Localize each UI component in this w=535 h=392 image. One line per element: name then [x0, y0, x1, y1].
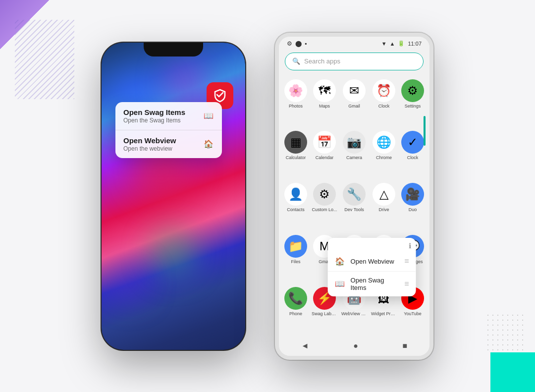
- ios-menu-item-swag[interactable]: Open Swag Items Open the Swag Items 📖: [115, 102, 222, 130]
- app-label-24: YouTube: [404, 311, 421, 317]
- app-label-21: Swag Labs...: [312, 311, 337, 317]
- bg-blob-4: [151, 231, 196, 276]
- app-item-duo[interactable]: 🎥Duo: [400, 180, 426, 230]
- ios-menu-swag-title: Open Swag Items: [123, 108, 203, 116]
- ios-menu-swag-icon: 📖: [203, 111, 214, 121]
- ios-menu-webview-sub: Open the webview: [123, 145, 203, 152]
- ios-menu-webview-text: Open Webview Open the webview: [123, 136, 203, 152]
- android-popup-webview[interactable]: 🏠 Open Webview ≡: [328, 252, 416, 272]
- nav-back-button[interactable]: ◄: [301, 341, 309, 350]
- search-icon: 🔍: [292, 57, 300, 65]
- app-icon-8: 🌐: [373, 131, 395, 154]
- popup-swag-dots: ≡: [404, 280, 409, 288]
- app-item-clock[interactable]: ⏰Clock: [370, 76, 398, 126]
- app-icon-11: ⚙: [313, 183, 336, 206]
- app-item-maps[interactable]: 🗺Maps: [311, 76, 338, 126]
- square-status-icon: ▪: [305, 40, 307, 47]
- time-display: 11:07: [408, 41, 422, 47]
- popup-swag-label: Open Swag Items: [351, 277, 399, 291]
- app-item-contacts[interactable]: 👤Contacts: [283, 180, 309, 230]
- ios-menu-webview-title: Open Webview: [123, 136, 203, 145]
- android-teal-accent: [424, 116, 426, 146]
- android-search-bar[interactable]: 🔍 Search apps: [285, 53, 424, 70]
- android-popup: ℹ 🏠 Open Webview ≡ 📖 Open Swag Items ≡: [328, 238, 416, 296]
- app-item-dev-tools[interactable]: 🔧Dev Tools: [340, 180, 368, 230]
- app-icon-3: ⏰: [373, 79, 395, 102]
- app-item-phone[interactable]: 📞Phone: [283, 284, 309, 334]
- ios-menu-webview-icon: 🏠: [203, 139, 214, 150]
- ios-context-menu: Open Swag Items Open the Swag Items 📖 Op…: [115, 102, 222, 158]
- app-label-20: Phone: [289, 311, 302, 317]
- app-item-gmail[interactable]: ✉Gmail: [340, 76, 368, 126]
- app-label-6: Calendar: [316, 155, 334, 161]
- app-label-5: Calculator: [286, 155, 306, 161]
- android-phone: ⚙ ⬤ ▪ ▼ ▲ 🔋 11:07 🔍 Search apps 🌸Photos🗺…: [275, 33, 433, 360]
- app-icon-13: △: [373, 183, 395, 206]
- app-label-15: Files: [291, 259, 300, 265]
- ios-menu-swag-text: Open Swag Items Open the Swag Items: [123, 108, 203, 124]
- app-label-13: Drive: [378, 207, 389, 213]
- app-icon-5: ▦: [284, 131, 307, 154]
- app-item-photos[interactable]: 🌸Photos: [283, 76, 309, 126]
- bg-blob-2: [166, 62, 206, 102]
- android-popup-swag[interactable]: 📖 Open Swag Items ≡: [328, 272, 416, 296]
- app-item-calendar[interactable]: 📅Calendar: [311, 128, 338, 178]
- android-apps-grid: 🌸Photos🗺Maps✉Gmail⏰Clock⚙Settings▦Calcul…: [279, 74, 429, 336]
- app-label-14: Duo: [409, 207, 417, 213]
- search-placeholder-text: Search apps: [304, 57, 340, 65]
- app-icon-14: 🎥: [401, 183, 424, 206]
- ios-notch: [144, 43, 203, 56]
- app-label-11: Custom Lo...: [312, 207, 337, 213]
- app-label-23: Widget Pre...: [371, 311, 397, 317]
- app-icon-7: 📷: [343, 131, 366, 154]
- app-item-camera[interactable]: 📷Camera: [340, 128, 368, 178]
- nav-home-button[interactable]: ●: [353, 341, 358, 350]
- status-icons-left: ⚙ ⬤ ▪: [287, 40, 307, 47]
- app-item-chrome[interactable]: 🌐Chrome: [370, 128, 398, 178]
- app-icon-1: 🗺: [313, 79, 336, 102]
- app-label-12: Dev Tools: [344, 207, 364, 213]
- app-label-4: Settings: [405, 104, 421, 109]
- app-icon-10: 👤: [284, 183, 307, 206]
- app-item-calculator[interactable]: ▦Calculator: [283, 128, 309, 178]
- app-item-clock[interactable]: ✓Clock: [400, 128, 426, 178]
- nav-recents-button[interactable]: ■: [403, 341, 408, 350]
- app-label-2: Gmail: [348, 104, 360, 109]
- android-nav-bar: ◄ ● ■: [279, 336, 429, 356]
- app-icon-6: 📅: [313, 131, 336, 154]
- signal-icon: ▼: [381, 41, 387, 47]
- ios-phone: Open Swag Items Open the Swag Items 📖 Op…: [102, 43, 245, 350]
- popup-info-icon[interactable]: ℹ: [409, 242, 411, 250]
- main-content: Open Swag Items Open the Swag Items 📖 Op…: [0, 0, 535, 392]
- ios-menu-swag-sub: Open the Swag Items: [123, 117, 203, 124]
- popup-webview-dots: ≡: [404, 257, 409, 266]
- app-item-settings[interactable]: ⚙Settings: [400, 76, 426, 126]
- app-label-1: Maps: [319, 104, 330, 109]
- app-icon-15: 📁: [284, 235, 307, 258]
- app-item-files[interactable]: 📁Files: [283, 232, 309, 282]
- settings-status-icon: ⚙: [287, 40, 292, 47]
- android-status-bar: ⚙ ⬤ ▪ ▼ ▲ 🔋 11:07: [279, 37, 429, 51]
- app-icon-20: 📞: [284, 287, 307, 310]
- popup-webview-icon: 🏠: [335, 257, 345, 266]
- app-label-8: Chrome: [376, 155, 392, 161]
- app-label-9: Clock: [407, 155, 419, 161]
- popup-swag-icon: 📖: [335, 279, 345, 288]
- popup-webview-label: Open Webview: [351, 258, 399, 265]
- battery-icon: 🔋: [398, 40, 405, 47]
- app-icon-9: ✓: [401, 131, 424, 154]
- app-item-drive[interactable]: △Drive: [370, 180, 398, 230]
- app-label-0: Photos: [289, 104, 303, 109]
- app-item-custom-lo---[interactable]: ⚙Custom Lo...: [311, 180, 338, 230]
- app-label-3: Clock: [378, 104, 390, 109]
- circle-status-icon: ⬤: [295, 40, 302, 47]
- status-icons-right: ▼ ▲ 🔋 11:07: [381, 40, 422, 47]
- app-icon-0: 🌸: [284, 79, 307, 102]
- app-icon-2: ✉: [343, 79, 366, 102]
- app-icon-12: 🔧: [343, 183, 366, 206]
- wifi-icon: ▲: [390, 41, 395, 47]
- android-screen: ⚙ ⬤ ▪ ▼ ▲ 🔋 11:07 🔍 Search apps 🌸Photos🗺…: [279, 37, 429, 356]
- app-label-10: Contacts: [287, 207, 305, 213]
- ios-menu-item-webview[interactable]: Open Webview Open the webview 🏠: [115, 130, 222, 158]
- android-popup-header: ℹ: [328, 238, 416, 252]
